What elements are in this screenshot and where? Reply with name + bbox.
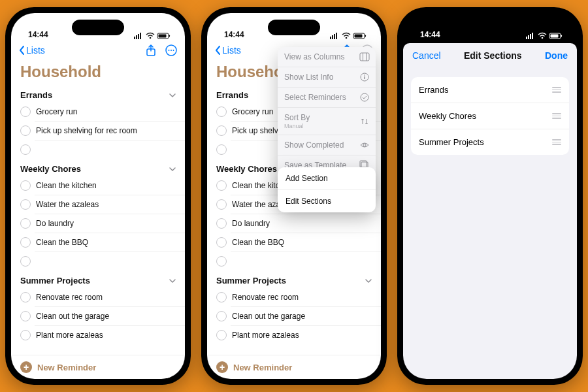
radio-icon[interactable]: [20, 256, 31, 267]
submenu-edit-sections[interactable]: Edit Sections: [278, 190, 376, 212]
radio-icon[interactable]: [216, 330, 227, 340]
section-header[interactable]: Summer Projects: [207, 270, 381, 288]
reminder-row-empty[interactable]: [207, 252, 381, 270]
reminder-row[interactable]: Water the azaleas: [11, 195, 185, 214]
dynamic-island: [268, 20, 320, 35]
reminder-row[interactable]: Do laundry: [207, 214, 381, 233]
reminder-row[interactable]: Clean the BBQ: [11, 233, 185, 252]
modal-title: Edit Sections: [464, 50, 522, 61]
section-header[interactable]: Summer Projects: [11, 270, 185, 288]
reminder-text: Clean out the garage: [36, 312, 109, 321]
wifi-icon: [342, 33, 351, 39]
svg-point-10: [169, 50, 170, 51]
radio-icon[interactable]: [216, 218, 227, 229]
back-label: Lists: [222, 45, 241, 56]
chevron-down-icon: [365, 278, 372, 284]
radio-icon[interactable]: [20, 199, 31, 210]
svg-rect-40: [526, 37, 527, 39]
drag-handle-icon[interactable]: [552, 87, 561, 93]
radio-icon[interactable]: [20, 237, 31, 248]
svg-point-4: [150, 37, 152, 39]
radio-icon[interactable]: [216, 311, 227, 321]
more-icon[interactable]: [165, 44, 177, 56]
reminder-row[interactable]: Plant more azaleas: [207, 326, 381, 344]
signal-icon: [526, 33, 535, 39]
menu-show-completed[interactable]: Show Completed: [278, 135, 376, 155]
reminder-row-empty[interactable]: [11, 140, 185, 159]
status-time: 14:44: [420, 30, 440, 39]
radio-icon[interactable]: [20, 218, 31, 229]
reminder-row[interactable]: Renovate rec room: [207, 288, 381, 306]
reminder-row[interactable]: Clean the BBQ: [207, 233, 381, 252]
radio-icon[interactable]: [20, 330, 31, 340]
back-button[interactable]: Lists: [215, 45, 241, 56]
reminder-text: Grocery run: [36, 107, 77, 116]
radio-icon[interactable]: [216, 144, 227, 155]
menu-select-reminders[interactable]: Select Reminders: [278, 88, 376, 108]
radio-icon[interactable]: [20, 106, 31, 117]
menu-sort-by[interactable]: Sort ByManual: [278, 108, 376, 135]
drag-handle-icon[interactable]: [552, 113, 561, 119]
reminder-row[interactable]: Clean out the garage: [11, 307, 185, 325]
radio-icon[interactable]: [20, 125, 31, 136]
section-header[interactable]: Errands: [11, 85, 185, 103]
cancel-button[interactable]: Cancel: [412, 50, 441, 61]
done-button[interactable]: Done: [545, 50, 568, 61]
svg-rect-43: [532, 33, 533, 39]
radio-icon[interactable]: [216, 106, 227, 117]
radio-icon[interactable]: [216, 125, 227, 136]
screen-2: 14:44 Lists Household Errand: [207, 13, 381, 379]
phone-3: 14:44 Cancel Edit Sections Done Errands …: [397, 7, 583, 385]
radio-icon[interactable]: [216, 256, 227, 267]
radio-icon[interactable]: [216, 180, 227, 191]
battery-icon: [353, 33, 367, 39]
radio-icon[interactable]: [216, 199, 227, 210]
svg-rect-19: [355, 35, 363, 38]
edit-section-row[interactable]: Errands: [411, 77, 569, 103]
reminder-text: Plant more azaleas: [232, 331, 299, 340]
svg-rect-16: [336, 33, 337, 39]
reminder-row[interactable]: Clean out the garage: [207, 307, 381, 325]
radio-icon[interactable]: [20, 311, 31, 321]
back-button[interactable]: Lists: [19, 45, 45, 56]
section-label: Errands: [419, 85, 449, 95]
reminder-row[interactable]: Plant more azaleas: [11, 326, 185, 344]
submenu-add-section[interactable]: Add Section: [278, 167, 376, 190]
radio-icon[interactable]: [20, 180, 31, 191]
svg-rect-7: [169, 35, 171, 37]
reminder-row-empty[interactable]: [11, 252, 185, 270]
chevron-down-icon: [169, 92, 176, 99]
svg-rect-2: [138, 34, 139, 39]
section-label: Summer Projects: [419, 137, 484, 147]
radio-icon[interactable]: [20, 292, 31, 302]
drag-handle-icon[interactable]: [552, 139, 561, 145]
chevron-down-icon: [169, 166, 176, 172]
menu-view-as-columns[interactable]: View as Columns: [278, 47, 376, 67]
radio-icon[interactable]: [216, 237, 227, 248]
section-header[interactable]: Weekly Chores: [11, 159, 185, 176]
radio-icon[interactable]: [216, 292, 227, 302]
svg-point-44: [542, 37, 544, 39]
reminder-row[interactable]: Renovate rec room: [11, 288, 185, 306]
new-reminder-button[interactable]: + New Reminder: [11, 355, 185, 379]
svg-rect-13: [330, 37, 331, 39]
list-content[interactable]: Errands Grocery run Pick up shelving for…: [11, 85, 185, 355]
chevron-down-icon: [169, 278, 176, 284]
reminder-row[interactable]: Do laundry: [11, 214, 185, 233]
new-reminder-button[interactable]: + New Reminder: [207, 355, 381, 379]
chevron-left-icon: [215, 45, 221, 56]
edit-section-row[interactable]: Summer Projects: [411, 129, 569, 155]
reminder-text: Grocery run: [232, 107, 273, 116]
radio-icon[interactable]: [20, 144, 31, 155]
reminder-row[interactable]: Clean the kitchen: [11, 176, 185, 195]
share-icon[interactable]: [146, 44, 156, 56]
reminder-row[interactable]: Pick up shelving for rec room: [11, 122, 185, 140]
svg-point-12: [173, 50, 174, 51]
section-name: Weekly Chores: [216, 164, 277, 174]
reminder-row[interactable]: Grocery run: [11, 103, 185, 121]
svg-rect-41: [528, 35, 529, 39]
edit-section-row[interactable]: Weekly Chores: [411, 103, 569, 129]
reminder-text: Clean the kitchen: [36, 181, 97, 190]
menu-show-list-info[interactable]: Show List Info: [278, 67, 376, 88]
eye-icon: [360, 142, 369, 148]
